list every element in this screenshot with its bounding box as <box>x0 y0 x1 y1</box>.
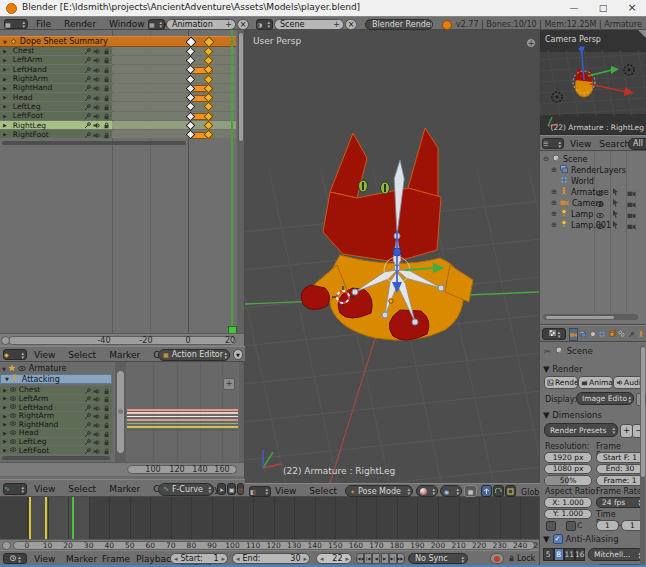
dopesheet-channel-hscrollbar[interactable] <box>2 141 186 145</box>
expand-caret-icon[interactable]: ▶ <box>3 122 7 128</box>
channel-label-box[interactable]: ▶RightLeg <box>0 121 112 129</box>
outliner-row-renderlayers[interactable]: ⊕RenderLayers <box>540 165 646 175</box>
expand-caret-icon[interactable]: ▶ <box>3 66 7 72</box>
editor-type-button[interactable]: ▦ ▴▾ <box>4 19 28 29</box>
outliner-filter-select[interactable]: All Scen <box>628 138 646 150</box>
manipulator-translate-button[interactable] <box>481 485 492 497</box>
current-frame-field[interactable]: ◂22▸ <box>316 553 352 564</box>
camera-preview-area[interactable]: Camera Persp (22) Armature : RightLeg <box>540 30 646 135</box>
display-select[interactable]: Image Edito▴▾ <box>576 392 634 405</box>
timeline-keyframe-line[interactable] <box>29 497 31 539</box>
dopesheet-channel-row[interactable]: ▶LeftFoot <box>0 112 236 120</box>
section-render-header[interactable]: ▼ Render <box>543 364 583 374</box>
outliner-menu-search[interactable]: Search <box>599 139 630 149</box>
graph-channel-row[interactable]: ▶Chest <box>0 386 112 394</box>
playback-button[interactable]: |◀◀ <box>356 553 364 564</box>
graph-ruler[interactable]: 100120140160 <box>0 462 245 476</box>
viewport-area[interactable]: User Persp (22) Armature : RightLeg + <box>245 30 540 483</box>
ruler-ball[interactable] <box>2 541 11 550</box>
dopesheet-channel-row[interactable]: ▶RightFoot <box>0 130 236 138</box>
viewport-menu-select[interactable]: Select <box>309 486 337 496</box>
aspect-field-1[interactable]: Y: 1.000 <box>544 509 592 520</box>
tab-modifiers[interactable] <box>627 328 636 341</box>
dopesheet-ruler[interactable]: -40-20020 <box>0 333 245 346</box>
graph-channel-row[interactable]: ▶LeftLeg <box>0 438 112 446</box>
expand-caret-icon[interactable]: ▶ <box>3 57 7 63</box>
expand-caret-icon[interactable]: ▶ <box>3 76 7 82</box>
expand-caret-icon[interactable]: ▶ <box>3 413 7 419</box>
graph-channel-row[interactable]: ▶RightHand <box>0 420 112 428</box>
fcurve-line[interactable] <box>127 416 238 418</box>
graph-copy-button[interactable]: ▣ <box>227 483 236 495</box>
fcurve-line[interactable] <box>127 412 238 414</box>
keyframe-diamond-selected[interactable] <box>204 74 214 84</box>
scene-add-icon[interactable]: + <box>333 20 340 29</box>
aspect-field-0[interactable]: X: 1.000 <box>544 497 592 508</box>
time-remap-field-0[interactable]: 1 <box>596 520 619 531</box>
aa-filter-select[interactable]: Mitchell...▴▾ <box>588 548 644 561</box>
tab-render[interactable] <box>569 328 578 341</box>
graph-menu-marker[interactable]: Marker <box>109 484 140 494</box>
border-checkbox[interactable] <box>546 521 556 531</box>
expand-caret-icon[interactable]: ▶ <box>3 421 7 427</box>
expand-caret-icon[interactable]: ▶ <box>3 113 7 119</box>
record-button[interactable] <box>490 553 504 564</box>
dopesheet-channel-row[interactable]: ▶RightArm <box>0 74 236 82</box>
layout-close-button[interactable]: × <box>237 19 249 30</box>
expander-icon[interactable]: ⊕ <box>551 199 559 207</box>
timeline-canvas[interactable] <box>0 497 540 539</box>
outliner-row-world[interactable]: World <box>540 176 646 186</box>
graph-channel-row[interactable]: ▶RightArm <box>0 412 112 420</box>
expand-caret-icon[interactable]: ▼ <box>2 366 6 372</box>
resolution-field-0[interactable]: 1920 px <box>544 452 592 463</box>
tab-data[interactable] <box>636 328 645 341</box>
expand-caret-icon[interactable]: ▶ <box>3 85 7 91</box>
dopesheet-menu-view[interactable]: View <box>34 350 55 360</box>
channel-label-box[interactable]: ▶LeftFoot <box>0 112 112 120</box>
channel-label-box[interactable]: ▶Head <box>0 93 112 101</box>
aa-sample-16[interactable]: 16 <box>575 548 586 561</box>
aa-sample-8[interactable]: 8 <box>554 548 565 561</box>
timeline-menu-view[interactable]: View <box>34 554 55 564</box>
fcurve-line[interactable] <box>127 423 238 425</box>
graph-channel-row[interactable]: ▶Head <box>0 429 112 437</box>
fcurve-line[interactable] <box>127 429 238 431</box>
lock-toggle[interactable]: Lock <box>508 553 536 564</box>
viewport-expand-button[interactable]: + <box>526 38 536 48</box>
screen-layout-icon-button[interactable]: ▦▴▾ <box>148 19 165 30</box>
mode-select[interactable]: ✦ Pose Mode▴▾ <box>345 485 413 497</box>
timeline-keyframe-line[interactable] <box>45 497 47 539</box>
expander-icon[interactable]: ⊕ <box>551 221 559 229</box>
resolution-field-2[interactable]: 50% <box>544 475 592 486</box>
channel-label-box[interactable]: ▶RightArm <box>0 74 112 82</box>
close-button[interactable]: × <box>618 0 646 16</box>
timeline-menu-marker[interactable]: Marker <box>66 554 97 564</box>
playback-button[interactable]: ◀ <box>372 553 380 564</box>
expand-caret-icon[interactable]: ▶ <box>3 48 7 54</box>
timeline-menu-frame[interactable]: Frame <box>102 554 130 564</box>
tab-world[interactable] <box>598 328 607 341</box>
outliner-row-lamp[interactable]: ⊕Lamp <box>540 209 646 219</box>
sync-select[interactable]: No Sync▴▾ <box>408 553 468 564</box>
outliner-row-scene[interactable]: ⊖Scene <box>540 154 646 164</box>
expand-caret-icon[interactable]: ▶ <box>3 103 7 109</box>
graph-menu-select[interactable]: Select <box>68 484 96 494</box>
aa-sample-5[interactable]: 5 <box>543 548 554 561</box>
playback-button[interactable]: ▶| <box>389 553 397 564</box>
dopesheet-channel-row[interactable]: ▶Chest <box>0 47 236 55</box>
frame-range-field-0[interactable]: Start F: 1 <box>596 452 644 463</box>
render-presets-select[interactable]: Render Presets▴▾ <box>544 423 618 437</box>
tab-scene[interactable] <box>588 328 597 341</box>
current-frame-line[interactable] <box>231 30 233 333</box>
pin-icon[interactable]: ✂ <box>544 347 551 356</box>
expand-caret-icon[interactable]: ▶ <box>3 395 7 401</box>
outliner-row-lamp-001[interactable]: ⊕Lamp.001 <box>540 220 646 230</box>
layout-add-icon[interactable]: + <box>225 20 232 29</box>
maximize-button[interactable]: □ <box>589 0 617 16</box>
keyframe-diamond[interactable] <box>186 74 196 84</box>
timeline-ruler[interactable]: 0102030405060708090100110120130140150160… <box>0 539 540 550</box>
ruler-ball[interactable] <box>1 336 10 345</box>
dopesheet-vscrollbar-thumb[interactable] <box>238 32 244 142</box>
channel-label-box[interactable]: ▶RightHand <box>0 84 112 92</box>
render-render-button[interactable]: Render <box>544 376 578 389</box>
